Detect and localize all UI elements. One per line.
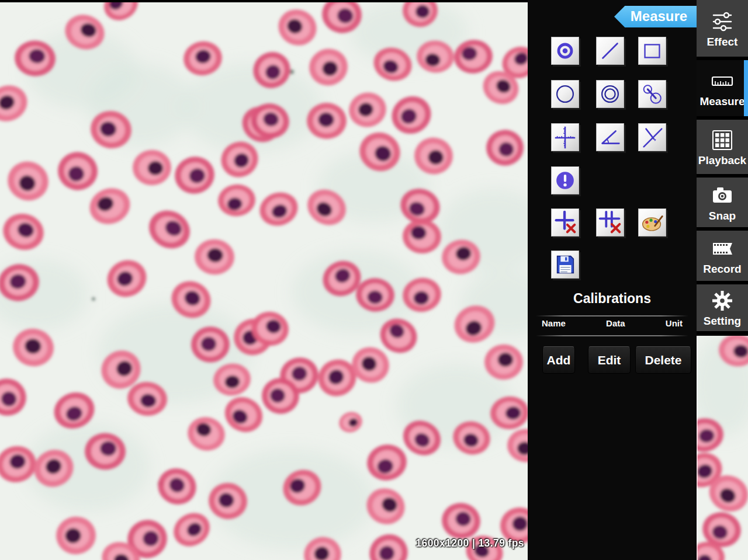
gear-icon — [711, 289, 734, 312]
separator — [536, 315, 688, 316]
tab-effect-label: Effect — [707, 36, 738, 47]
angle-icon — [597, 124, 624, 151]
tab-measure[interactable]: Measure — [697, 60, 748, 116]
measure-banner[interactable]: Measure — [614, 6, 697, 27]
ruler-icon — [711, 69, 734, 93]
tab-playback-label: Playback — [698, 155, 746, 166]
concentric-circles-tool-button[interactable] — [596, 80, 624, 108]
grid-icon — [711, 128, 734, 152]
line-icon — [597, 37, 624, 64]
three-point-angle-tool-button[interactable] — [638, 123, 666, 151]
palette-icon — [639, 209, 666, 236]
camera-icon — [711, 184, 734, 207]
delete-selected-tool-button[interactable] — [551, 208, 579, 236]
rectangle-icon — [639, 37, 666, 64]
point-icon — [552, 37, 579, 64]
calibrations-col-unit: Unit — [666, 318, 683, 328]
thumbnail-strip-edge — [697, 336, 698, 560]
palette-tool-button[interactable] — [638, 208, 666, 236]
separator — [536, 335, 688, 336]
two-circles-tool-button[interactable] — [638, 80, 666, 108]
point-tool-button[interactable] — [551, 37, 579, 65]
tab-snap[interactable]: Snap — [697, 178, 748, 227]
line-tool-button[interactable] — [596, 37, 624, 65]
delete-selected-icon — [552, 209, 579, 236]
tab-record[interactable]: Record — [697, 231, 748, 281]
two-circles-icon — [639, 81, 666, 107]
tab-snap-label: Snap — [709, 210, 736, 221]
tab-setting-label: Setting — [704, 315, 741, 326]
concentric-circles-icon — [597, 81, 624, 107]
save-tool-button[interactable] — [551, 251, 579, 279]
three-point-angle-icon — [639, 124, 666, 151]
sliders-icon — [711, 10, 734, 33]
film-icon — [711, 237, 734, 260]
measure-panel: Measure — [528, 0, 697, 560]
circle-tool-button[interactable] — [551, 80, 579, 108]
calibrations-header-row: Name Data Unit — [528, 318, 697, 328]
info-icon — [552, 167, 579, 194]
tab-measure-label: Measure — [699, 96, 744, 107]
circle-icon — [552, 81, 579, 107]
tab-record-label: Record — [703, 263, 741, 274]
rectangle-tool-button[interactable] — [638, 37, 666, 65]
sidebar-tabbar: Effect Measure Playback — [697, 0, 748, 336]
calibrations-col-data: Data — [606, 318, 625, 328]
cross-ruler-icon — [552, 124, 579, 151]
info-tool-button[interactable] — [551, 166, 579, 194]
delete-all-icon — [597, 209, 624, 236]
delete-calibration-button[interactable]: Delete — [635, 346, 691, 374]
tab-setting[interactable]: Setting — [697, 284, 748, 331]
measure-banner-label: Measure — [631, 8, 687, 24]
save-icon — [552, 251, 579, 278]
add-calibration-button[interactable]: Add — [542, 346, 575, 374]
tab-effect[interactable]: Effect — [697, 0, 748, 57]
app-screen: Measure — [0, 0, 748, 560]
angle-tool-button[interactable] — [596, 123, 624, 151]
tab-playback[interactable]: Playback — [697, 120, 748, 174]
cross-ruler-tool-button[interactable] — [551, 123, 579, 151]
calibrations-col-name: Name — [542, 318, 566, 328]
delete-all-tool-button[interactable] — [596, 208, 624, 236]
edit-calibration-button[interactable]: Edit — [588, 346, 631, 374]
calibrations-title: Calibrations — [528, 291, 697, 307]
status-overlay: 1600x1200 | 13.79 fps — [415, 537, 524, 549]
